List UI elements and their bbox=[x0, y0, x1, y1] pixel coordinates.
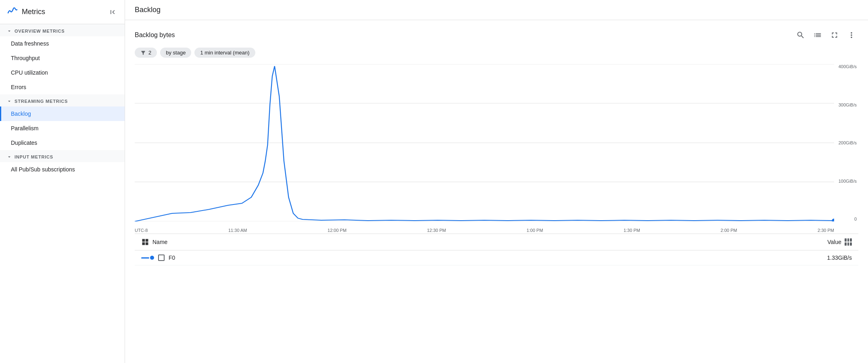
legend-header: Name Value bbox=[135, 234, 858, 250]
metrics-logo-icon bbox=[6, 6, 18, 18]
y-label-300: 300GiB/s bbox=[839, 102, 857, 107]
y-label-200: 200GiB/s bbox=[839, 140, 857, 145]
filter-count-chip[interactable]: 2 bbox=[135, 48, 157, 58]
y-label-100: 100GiB/s bbox=[839, 179, 857, 184]
chart-container: Backlog bytes bbox=[125, 20, 868, 363]
legend-value-header-label: Value bbox=[827, 239, 841, 245]
columns-toggle-icon[interactable] bbox=[845, 238, 852, 246]
x-label-100: 1:00 PM bbox=[526, 228, 543, 233]
sidebar-item-backlog[interactable]: Backlog bbox=[0, 106, 125, 121]
chart-x-labels: UTC-8 11:30 AM 12:00 PM 12:30 PM 1:00 PM… bbox=[135, 221, 834, 234]
filter-interval-label: 1 min interval (mean) bbox=[200, 50, 249, 56]
chart-legend: Name Value bbox=[135, 234, 858, 265]
main-content: Backlog Backlog bytes bbox=[125, 0, 868, 363]
filter-stage-label: by stage bbox=[166, 50, 186, 56]
fullscreen-icon bbox=[830, 31, 839, 40]
legend-dot-indicator bbox=[150, 256, 154, 260]
overview-metrics-section-header: OVERVIEW METRICS bbox=[0, 24, 125, 36]
legend-button[interactable] bbox=[811, 28, 824, 42]
legend-line-indicator bbox=[141, 257, 149, 259]
filter-interval-chip[interactable]: 1 min interval (mean) bbox=[194, 48, 255, 58]
y-label-0: 0 bbox=[854, 217, 857, 221]
page-title: Backlog bbox=[125, 0, 868, 20]
legend-label-f0: F0 bbox=[169, 255, 175, 261]
legend-value-col: Value bbox=[827, 238, 852, 246]
chart-area: 400GiB/s 300GiB/s 200GiB/s 100GiB/s 0 bbox=[135, 64, 858, 234]
more-options-button[interactable] bbox=[845, 28, 858, 42]
sidebar-item-parallelism[interactable]: Parallelism bbox=[0, 121, 125, 136]
sidebar-item-data-freshness[interactable]: Data freshness bbox=[0, 36, 125, 51]
sidebar-item-pubsub[interactable]: All Pub/Sub subscriptions bbox=[0, 162, 125, 177]
sidebar: Metrics OVERVIEW METRICS Data freshness … bbox=[0, 0, 125, 363]
chart-filters: 2 by stage 1 min interval (mean) bbox=[135, 48, 858, 58]
app-title: Metrics bbox=[22, 8, 45, 16]
sidebar-item-errors[interactable]: Errors bbox=[0, 80, 125, 94]
sidebar-header-left: Metrics bbox=[6, 6, 45, 18]
sidebar-item-throughput[interactable]: Throughput bbox=[0, 51, 125, 65]
search-icon bbox=[796, 31, 805, 40]
chart-svg bbox=[135, 64, 834, 221]
chevron-down-icon bbox=[6, 28, 12, 34]
chart-title-row: Backlog bytes bbox=[135, 28, 858, 42]
legend-checkbox-f0[interactable] bbox=[158, 255, 165, 261]
x-label-1200: 12:00 PM bbox=[328, 228, 346, 233]
overview-section-label: OVERVIEW METRICS bbox=[15, 29, 65, 33]
filter-stage-chip[interactable]: by stage bbox=[160, 48, 191, 58]
legend-grid-icon bbox=[141, 238, 149, 246]
sidebar-item-duplicates[interactable]: Duplicates bbox=[0, 136, 125, 150]
x-label-1130: 11:30 AM bbox=[228, 228, 247, 233]
x-label-200: 2:00 PM bbox=[720, 228, 737, 233]
chevron-down-streaming-icon bbox=[6, 98, 12, 104]
legend-name-col: Name bbox=[141, 238, 167, 246]
chevron-down-input-icon bbox=[6, 154, 12, 160]
more-vert-icon bbox=[847, 31, 856, 40]
legend-icon bbox=[813, 31, 822, 40]
x-label-utc8: UTC-8 bbox=[135, 228, 148, 233]
input-metrics-section-header: INPUT METRICS bbox=[0, 150, 125, 162]
y-label-400: 400GiB/s bbox=[839, 64, 857, 69]
sidebar-item-cpu-utilization[interactable]: CPU utilization bbox=[0, 65, 125, 80]
fullscreen-button[interactable] bbox=[828, 28, 841, 42]
chart-y-labels: 400GiB/s 300GiB/s 200GiB/s 100GiB/s 0 bbox=[834, 64, 858, 221]
streaming-metrics-section-header: STREAMING METRICS bbox=[0, 94, 125, 106]
chart-svg-area bbox=[135, 64, 834, 221]
x-label-130: 1:30 PM bbox=[624, 228, 640, 233]
legend-line-f0 bbox=[141, 256, 154, 260]
legend-row-f0-left: F0 bbox=[141, 255, 175, 261]
legend-value-f0: 1.33GiB/s bbox=[827, 255, 852, 261]
search-chart-button[interactable] bbox=[794, 28, 807, 42]
legend-row-f0: F0 1.33GiB/s bbox=[135, 250, 858, 265]
x-label-1230: 12:30 PM bbox=[427, 228, 446, 233]
legend-name-header-label: Name bbox=[152, 239, 167, 245]
filter-count-label: 2 bbox=[148, 50, 151, 56]
streaming-section-label: STREAMING METRICS bbox=[15, 99, 68, 104]
chart-toolbar bbox=[794, 28, 858, 42]
chart-title: Backlog bytes bbox=[135, 31, 175, 39]
sidebar-header: Metrics bbox=[0, 0, 125, 24]
input-section-label: INPUT METRICS bbox=[15, 154, 53, 159]
svg-point-5 bbox=[832, 219, 834, 221]
filter-icon bbox=[140, 50, 146, 56]
chart-inner: 400GiB/s 300GiB/s 200GiB/s 100GiB/s 0 bbox=[135, 64, 858, 234]
x-label-230: 2:30 PM bbox=[818, 228, 834, 233]
collapse-sidebar-button[interactable] bbox=[107, 6, 118, 18]
